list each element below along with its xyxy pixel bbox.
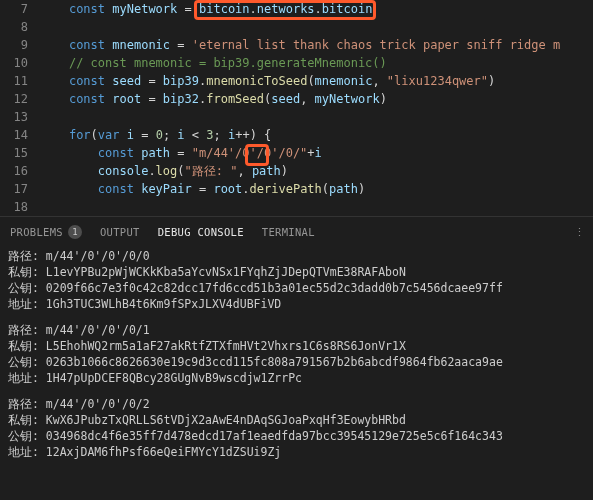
code-line[interactable]: 14 for(var i = 0; i < 3; i++) { xyxy=(0,126,593,144)
code-line[interactable]: 16 console.log("路径: ", path) xyxy=(0,162,593,180)
code-content[interactable]: for(var i = 0; i < 3; i++) { xyxy=(40,126,593,144)
console-line: 公钥: 0263b1066c8626630e19c9d3ccd115fc808a… xyxy=(8,354,585,370)
line-number: 18 xyxy=(0,198,40,216)
console-block: 路径: m/44'/0'/0'/0/1私钥: L5EhohWQ2rm5a1aF2… xyxy=(8,322,585,386)
console-line: 私钥: KwX6JPubzTxQRLLS6tVDjX2aAwE4nDAqSGJo… xyxy=(8,412,585,428)
panel-tab-bar: PROBLEMS 1 OUTPUT DEBUG CONSOLE TERMINAL… xyxy=(0,216,593,246)
line-number: 13 xyxy=(0,108,40,126)
code-content[interactable]: console.log("路径: ", path) xyxy=(40,162,593,180)
code-line[interactable]: 9 const mnemonic = 'eternal list thank c… xyxy=(0,36,593,54)
code-content[interactable]: const mnemonic = 'eternal list thank cha… xyxy=(40,36,593,54)
line-number: 10 xyxy=(0,54,40,72)
console-block: 路径: m/44'/0'/0'/0/2私钥: KwX6JPubzTxQRLLS6… xyxy=(8,396,585,460)
console-line: 公钥: 0209f66c7e3f0c42c82dcc17fd6ccd51b3a0… xyxy=(8,280,585,296)
code-line[interactable]: 11 const seed = bip39.mnemonicToSeed(mne… xyxy=(0,72,593,90)
code-content[interactable] xyxy=(40,18,593,36)
line-number: 9 xyxy=(0,36,40,54)
console-line: 路径: m/44'/0'/0'/0/2 xyxy=(8,396,585,412)
line-number: 15 xyxy=(0,144,40,162)
console-line: 公钥: 034968dc4f6e35ff7d478edcd17af1eaedfd… xyxy=(8,428,585,444)
code-line[interactable]: 8 xyxy=(0,18,593,36)
code-line[interactable]: 12 const root = bip32.fromSeed(seed, myN… xyxy=(0,90,593,108)
console-line: 地址: 12AxjDAM6fhPsf66eQeiFMYcY1dZSUi9Zj xyxy=(8,444,585,460)
code-content[interactable]: const myNetwork = bitcoin.networks.bitco… xyxy=(40,0,593,18)
tab-problems-label: PROBLEMS xyxy=(10,226,63,238)
console-line: 地址: 1H47pUpDCEF8QBcy28GUgNvB9wscdjw1ZrrP… xyxy=(8,370,585,386)
line-number: 17 xyxy=(0,180,40,198)
console-line: 私钥: L1evYPBu2pWjWCKkKba5aYcvNSx1FYqhZjJD… xyxy=(8,264,585,280)
code-content[interactable] xyxy=(40,198,593,216)
line-number: 8 xyxy=(0,18,40,36)
code-content[interactable]: const root = bip32.fromSeed(seed, myNetw… xyxy=(40,90,593,108)
line-number: 14 xyxy=(0,126,40,144)
console-block: 路径: m/44'/0'/0'/0/0私钥: L1evYPBu2pWjWCKkK… xyxy=(8,248,585,312)
code-content[interactable]: // const mnemonic = bip39.generateMnemon… xyxy=(40,54,593,72)
code-content[interactable]: const path = "m/44'/0'/0'/0/"+i xyxy=(40,144,593,162)
debug-console-output[interactable]: 路径: m/44'/0'/0'/0/0私钥: L1evYPBu2pWjWCKkK… xyxy=(0,246,593,472)
tab-output[interactable]: OUTPUT xyxy=(100,226,140,238)
code-line[interactable]: 13 xyxy=(0,108,593,126)
console-line: 路径: m/44'/0'/0'/0/0 xyxy=(8,248,585,264)
code-line[interactable]: 10 // const mnemonic = bip39.generateMne… xyxy=(0,54,593,72)
console-line: 地址: 1Gh3TUC3WLhB4t6Km9fSPxJLXV4dUBFiVD xyxy=(8,296,585,312)
line-number: 7 xyxy=(0,0,40,18)
console-line: 私钥: L5EhohWQ2rm5a1aF27akRtfZTXfmHVt2Vhxr… xyxy=(8,338,585,354)
tab-debug-console[interactable]: DEBUG CONSOLE xyxy=(158,226,244,238)
code-editor[interactable]: 7 const myNetwork = bitcoin.networks.bit… xyxy=(0,0,593,216)
problems-badge: 1 xyxy=(68,225,82,239)
line-number: 12 xyxy=(0,90,40,108)
code-line[interactable]: 15 const path = "m/44'/0'/0'/0/"+i xyxy=(0,144,593,162)
code-content[interactable]: const seed = bip39.mnemonicToSeed(mnemon… xyxy=(40,72,593,90)
tab-terminal[interactable]: TERMINAL xyxy=(262,226,315,238)
code-content[interactable] xyxy=(40,108,593,126)
line-number: 11 xyxy=(0,72,40,90)
panel-settings-icon[interactable]: ⋮ xyxy=(574,226,585,238)
code-content[interactable]: const keyPair = root.derivePath(path) xyxy=(40,180,593,198)
tab-problems[interactable]: PROBLEMS 1 xyxy=(10,225,82,239)
code-line[interactable]: 17 const keyPair = root.derivePath(path) xyxy=(0,180,593,198)
console-line: 路径: m/44'/0'/0'/0/1 xyxy=(8,322,585,338)
line-number: 16 xyxy=(0,162,40,180)
code-line[interactable]: 18 xyxy=(0,198,593,216)
code-line[interactable]: 7 const myNetwork = bitcoin.networks.bit… xyxy=(0,0,593,18)
